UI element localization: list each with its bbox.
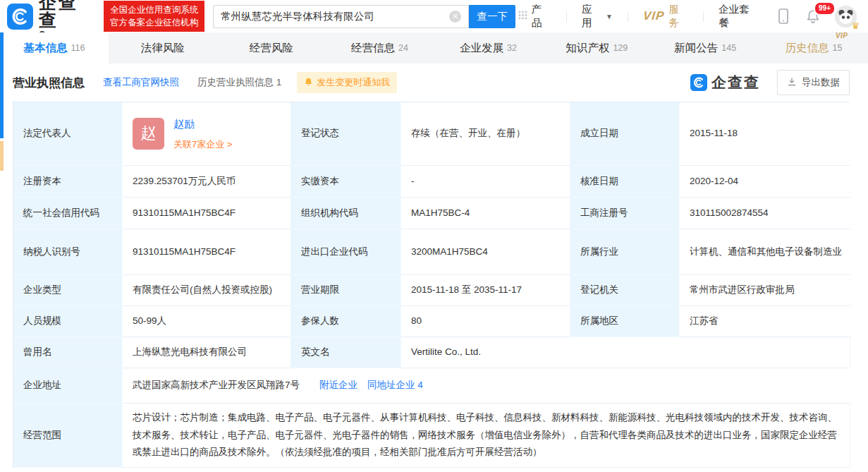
badge-line1: 全国企业信用查询系统 — [110, 4, 198, 16]
badge-line2: 官方备案企业征信机构 — [110, 16, 198, 29]
tab-count: 15 — [833, 43, 843, 53]
user-avatar[interactable]: ♛ — [835, 6, 857, 28]
clear-search-icon[interactable]: ✕ — [449, 11, 461, 23]
business-scope-text: 芯片设计；芯片制造；集成电路、电子产品、电子元器件、从事计算机科技、电子科技、信… — [133, 409, 841, 462]
reg-authority-label: 登记机关 — [570, 275, 680, 306]
legal-rep-avatar[interactable]: 赵 — [133, 118, 164, 150]
credit-code-value: 91310115MA1H75BC4F — [123, 198, 291, 229]
top-nav: 产品 应用 ▼ VIP 服务 企业套餐 99+ — [515, 3, 861, 30]
staff-size-value: 50-99人 — [123, 306, 291, 337]
insured-count-value: 80 — [401, 306, 570, 337]
tab-label: 历史信息 — [786, 41, 829, 56]
company-type-label: 企业类型 — [13, 275, 123, 306]
export-label: 导出数据 — [802, 76, 840, 89]
est-date-value: 2015-11-18 — [680, 102, 850, 166]
mobile-app-button[interactable] — [777, 8, 790, 25]
tab-intellectual-property[interactable]: 知识产权 129 — [542, 32, 651, 63]
nav-products-label: 产品 — [532, 3, 551, 30]
reg-status-label: 登记状态 — [291, 102, 401, 166]
business-scope-value: 芯片设计；芯片制造；集成电路、电子产品、电子元器件、从事计算机科技、电子科技、信… — [123, 404, 850, 468]
approve-date-label: 核准日期 — [570, 166, 680, 198]
reg-capital-label: 注册资本 — [13, 166, 123, 198]
tab-count: 145 — [721, 43, 736, 53]
paid-capital-label: 实缴资本 — [291, 166, 401, 198]
tab-label: 经营风险 — [250, 41, 293, 56]
taxpayer-id-label: 纳税人识别号 — [13, 229, 123, 275]
search-button[interactable]: 查一下 — [469, 5, 515, 28]
approve-date-value: 2020-12-04 — [680, 166, 850, 198]
grid-icon — [518, 11, 527, 22]
notify-label: 发生变更时通知我 — [317, 76, 390, 89]
search-input[interactable] — [221, 11, 449, 22]
paid-capital-value: - — [401, 166, 570, 198]
legal-rep-name-link[interactable]: 赵励 — [173, 116, 232, 132]
taxpayer-id-value: 91310115MA1H75BC4F — [123, 229, 291, 275]
business-term-value: 2015-11-18 至 2035-11-17 — [401, 275, 570, 306]
org-code-label: 组织机构代码 — [291, 198, 401, 229]
nav-apps-label: 应用 — [582, 3, 601, 30]
tab-company-development[interactable]: 企业发展 32 — [434, 32, 543, 63]
legal-rep-label: 法定代表人 — [13, 102, 123, 166]
nav-apps[interactable]: 应用 ▼ — [579, 3, 616, 30]
top-header: 企查查 Qcc.com 全国企业信用查询系统 官方备案企业征信机构 ✕ 查一下 … — [0, 0, 868, 32]
org-code-value: MA1H75BC-4 — [401, 198, 570, 229]
credit-code-label: 统一社会信用代码 — [13, 198, 123, 229]
tab-operation-risk[interactable]: 经营风险 — [217, 32, 326, 63]
former-name-value: 上海纵慧光电科技有限公司 — [123, 337, 291, 368]
qcc-watermark-logo: 企查查 — [690, 73, 760, 92]
vip-tag: VIP — [836, 32, 848, 40]
nearby-companies-link[interactable]: 附近企业 — [319, 378, 357, 393]
tab-count: 129 — [613, 43, 628, 53]
tab-count: 116 — [71, 43, 85, 53]
export-data-button[interactable]: 导出数据 — [777, 70, 850, 95]
english-name-label: 英文名 — [291, 337, 401, 368]
insured-count-label: 参保人数 — [291, 306, 401, 337]
reg-authority-value: 常州市武进区行政审批局 — [680, 275, 850, 306]
qcc-watermark-icon — [690, 74, 707, 91]
address-value: 武进国家高新技术产业开发区凤翔路7号 附近企业 同地址企业 4 — [123, 368, 850, 404]
notify-on-change-button[interactable]: 发生变更时通知我 — [297, 72, 397, 93]
divider — [628, 11, 628, 22]
section-title: 营业执照信息 — [13, 75, 85, 91]
import-export-code-value: 3200MA1H75BC4 — [401, 229, 570, 275]
business-license-table: 法定代表人 赵 赵励 关联7家企业 > 登记状态 存续（在营、开业、在册） 成立… — [13, 102, 850, 468]
nav-products[interactable]: 产品 — [515, 3, 554, 30]
tab-label: 知识产权 — [566, 41, 609, 56]
related-companies-link[interactable]: 关联7家企业 > — [173, 138, 232, 152]
nav-vip-label: 服务 — [668, 3, 688, 30]
industry-label: 所属行业 — [570, 229, 680, 275]
tab-operation-info[interactable]: 经营信息 24 — [326, 32, 434, 63]
reg-capital-value: 2239.253701万元人民币 — [123, 166, 291, 198]
official-badge: 全国企业信用查询系统 官方备案企业征信机构 — [104, 1, 204, 32]
qcc-logo-icon[interactable] — [7, 4, 33, 30]
nav-vip-service[interactable]: VIP 服务 — [640, 3, 691, 30]
brand-name: 企查查 — [39, 0, 97, 29]
tab-label: 法律风险 — [141, 41, 185, 56]
est-date-label: 成立日期 — [570, 102, 680, 166]
tab-count: 32 — [507, 43, 517, 53]
history-license-link[interactable]: 历史营业执照信息 1 — [197, 76, 281, 89]
tab-label: 企业发展 — [460, 41, 503, 56]
tab-legal-risk[interactable]: 法律风险 — [109, 32, 217, 63]
reg-status-value: 存续（在营、开业、在册） — [401, 102, 570, 166]
tab-news[interactable]: 新闻公告 145 — [651, 32, 759, 63]
search-box[interactable]: ✕ — [213, 5, 469, 28]
company-type-value: 有限责任公司(自然人投资或控股) — [123, 275, 291, 306]
side-anchor-strip-orange[interactable] — [0, 141, 4, 171]
section-header: 营业执照信息 查看工商官网快照 历史营业执照信息 1 发生变更时通知我 企查查 — [0, 63, 868, 102]
tab-label: 经营信息 — [351, 41, 395, 56]
nav-package-label: 企业套餐 — [719, 3, 759, 30]
tab-count: 24 — [398, 43, 408, 53]
reg-number-value: 310115002874554 — [680, 198, 850, 229]
side-anchor-strip-blue[interactable] — [0, 32, 4, 138]
tab-history-info[interactable]: 历史信息 15 VIP — [759, 32, 868, 63]
legal-rep-value: 赵 赵励 关联7家企业 > — [123, 102, 291, 166]
business-term-label: 营业期限 — [291, 275, 401, 306]
notifications-button[interactable]: 99+ — [805, 8, 821, 25]
address-text: 武进国家高新技术产业开发区凤翔路7号 — [133, 378, 300, 393]
snapshot-link[interactable]: 查看工商官网快照 — [103, 76, 179, 89]
same-address-companies-link[interactable]: 同地址企业 4 — [367, 378, 423, 393]
region-value: 江苏省 — [680, 306, 850, 337]
nav-enterprise-package[interactable]: 企业套餐 — [716, 3, 762, 30]
tab-basic-info[interactable]: 基本信息 116 — [0, 32, 109, 63]
